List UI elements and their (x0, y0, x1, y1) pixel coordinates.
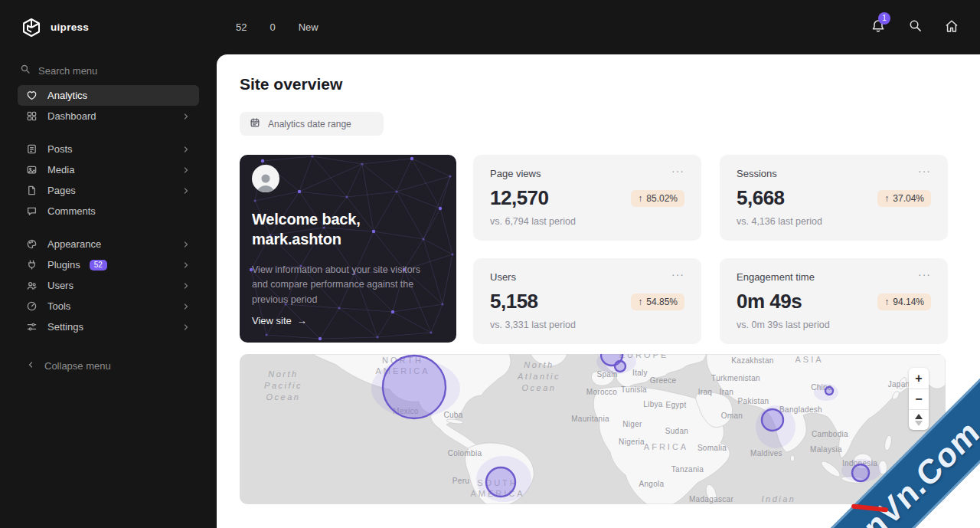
map-country-label: Spain (596, 370, 617, 379)
map-zoom-in-button[interactable]: + (909, 368, 929, 389)
map-region-label: EUROPE (619, 354, 668, 359)
date-range-button[interactable]: Analytics date range (240, 112, 384, 136)
search-icon (20, 64, 31, 77)
chevron-left-icon (26, 360, 35, 372)
map-country-label: Cuba (443, 411, 462, 419)
change-badge: ↑85.02% (631, 190, 684, 207)
map-visitor-bubble[interactable] (852, 464, 869, 481)
map-country-label: Italy (632, 369, 648, 377)
search-menu-input[interactable] (38, 65, 153, 77)
sidebar-item-label: Comments (47, 205, 96, 217)
map-visitor-bubble[interactable] (383, 356, 446, 418)
chevron-right-icon (181, 302, 191, 311)
sidebar-item-comments[interactable]: Comments (18, 201, 199, 221)
map-tilt-control[interactable] (909, 409, 929, 430)
sidebar-search[interactable] (20, 64, 198, 77)
collapse-menu-button[interactable]: Collapse menu (26, 360, 199, 372)
map-country-label: Iraq (698, 388, 712, 396)
new-menu[interactable]: New (299, 21, 318, 33)
avatar[interactable] (252, 165, 279, 192)
sidebar-item-label: Pages (47, 185, 76, 196)
map-visitor-bubble[interactable] (615, 361, 626, 372)
map-country-label: Bangladesh (779, 405, 822, 414)
grid-icon (26, 110, 38, 123)
stat-compare: vs. 4,136 last period (737, 216, 931, 227)
map-country-label: Sudan (665, 427, 688, 435)
updates-count[interactable]: 52 (236, 21, 247, 33)
tools-icon (26, 300, 38, 313)
map-zoom-out-button[interactable]: − (909, 389, 929, 409)
heart-icon (26, 90, 38, 102)
notifications-button[interactable]: 1 (865, 15, 891, 41)
sidebar-item-plugins[interactable]: Plugins 52 (18, 254, 199, 275)
sidebar-item-tools[interactable]: Tools (18, 296, 199, 316)
comment-icon (26, 205, 38, 218)
sidebar-item-users[interactable]: Users (18, 275, 199, 296)
stat-card-page-views: Page views ··· 12,570 ↑85.02% vs. 6,794 … (473, 155, 701, 241)
sidebar-item-dashboard[interactable]: Dashboard (18, 106, 199, 126)
change-badge: ↑54.85% (631, 294, 684, 310)
document-icon (26, 143, 38, 156)
chevron-right-icon (181, 145, 191, 154)
sidebar-item-settings[interactable]: Settings (18, 316, 199, 337)
map-visitor-bubble[interactable] (486, 467, 515, 497)
stat-compare: vs. 3,331 last period (490, 320, 684, 330)
date-range-label: Analytics date range (268, 119, 351, 130)
photo-icon (26, 164, 38, 176)
map-country-label: Madagascar (689, 495, 733, 503)
stat-card-sessions: Sessions ··· 5,668 ↑37.04% vs. 4,136 las… (720, 155, 948, 241)
sidebar-item-analytics[interactable]: Analytics (18, 85, 199, 106)
more-options-icon[interactable]: ··· (918, 168, 931, 174)
stat-value: 0m 49s (737, 290, 802, 313)
arrow-up-icon: ↑ (638, 193, 642, 204)
visitors-world-map[interactable]: NorthPacificOceanNorthAtlanticOceanIndia… (240, 354, 946, 504)
map-country-label: Iran (720, 388, 733, 396)
change-badge: ↑37.04% (877, 190, 931, 207)
map-country-label: Niger (622, 420, 642, 428)
map-country-label: Colombia (448, 449, 482, 457)
map-ocean-label: NorthAtlanticOcean (517, 360, 560, 392)
map-country-label: Cambodia (812, 430, 848, 438)
sidebar-item-appearance[interactable]: Appearance (18, 234, 199, 254)
sidebar-item-label: Media (47, 164, 74, 175)
top-bar: uipress 52 0 New 1 (0, 0, 980, 54)
page-icon (26, 185, 38, 197)
stat-value: 12,570 (490, 186, 549, 210)
more-options-icon[interactable]: ··· (671, 168, 684, 174)
map-visitor-bubble[interactable] (825, 387, 833, 395)
arrow-up-icon: ↑ (884, 297, 889, 307)
sidebar-item-posts[interactable]: Posts (18, 139, 199, 159)
uipress-logo-icon (21, 18, 41, 38)
sidebar-item-media[interactable]: Media (18, 159, 199, 180)
page-title: Site overview (240, 75, 342, 93)
home-button[interactable] (939, 15, 965, 41)
view-site-link[interactable]: View site → (252, 315, 307, 326)
stat-card-engagement-time: Engagement time ··· 0m 49s ↑94.14% vs. 0… (720, 258, 948, 344)
sidebar-item-label: Analytics (47, 90, 87, 101)
map-country-label: Oman (721, 412, 743, 420)
sidebar-item-label: Settings (47, 321, 83, 333)
logo-text: uipress (51, 21, 89, 33)
comments-count[interactable]: 0 (270, 21, 275, 33)
chevron-right-icon (181, 323, 191, 332)
map-country-label: Malaysia (810, 445, 842, 454)
map-country-label: Maldives (750, 449, 782, 457)
sidebar-item-label: Appearance (47, 238, 101, 250)
palette-icon (26, 238, 38, 251)
triangle-down-icon (915, 421, 923, 426)
change-badge: ↑94.14% (877, 294, 931, 310)
more-options-icon[interactable]: ··· (918, 271, 931, 277)
more-options-icon[interactable]: ··· (671, 271, 684, 277)
search-button[interactable] (902, 15, 928, 41)
logo[interactable]: uipress (21, 18, 198, 38)
chevron-right-icon (181, 281, 191, 290)
map-visitor-bubble[interactable] (762, 409, 783, 431)
chevron-right-icon (181, 166, 191, 175)
sidebar-item-pages[interactable]: Pages (18, 180, 199, 201)
map-ocean-label: Indian (762, 494, 796, 503)
sliders-icon (26, 321, 38, 333)
notification-badge: 1 (878, 12, 890, 25)
plugin-icon (26, 259, 38, 271)
map-country-label: Somalia (697, 444, 727, 452)
main-content: Site overview Analytics date range Welco… (217, 54, 980, 528)
